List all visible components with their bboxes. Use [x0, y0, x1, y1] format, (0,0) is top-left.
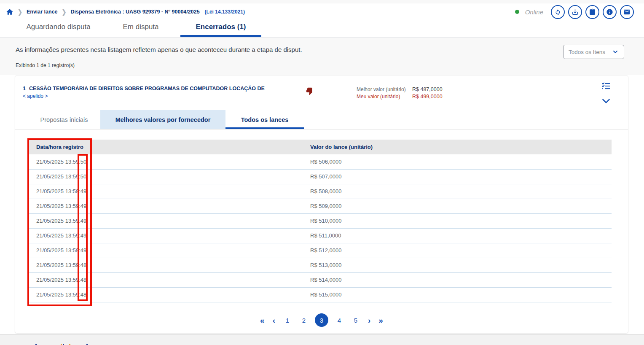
breadcrumb-item-enviar-lance[interactable]: Enviar lance: [27, 9, 58, 15]
column-header-datetime: Data/hora registro: [28, 140, 310, 154]
header-row: ❯ Enviar lance ❯ Dispensa Eletrônica : U…: [0, 4, 644, 20]
breadcrumb-separator-icon: ❯: [62, 8, 67, 16]
checklist-icon[interactable]: [602, 82, 610, 92]
my-value-label: Meu valor (unitário): [357, 93, 412, 100]
top-actions: Online: [515, 5, 634, 19]
thumbs-down-icon: [306, 86, 315, 97]
pagination-next-button[interactable]: ›: [367, 316, 372, 324]
pagination-page-5[interactable]: 5: [350, 317, 361, 324]
download-icon: [572, 8, 579, 16]
tab-aguardando-disputa[interactable]: Aguardando disputa: [16, 19, 101, 35]
subtab-melhores-valores[interactable]: Melhores valores por fornecedor: [100, 110, 225, 129]
refresh-icon: [554, 8, 561, 16]
tab-encerrados[interactable]: Encerrados (1): [180, 19, 261, 35]
values-block: Melhor valor (unitário) R$ 487,0000 Meu …: [357, 86, 443, 100]
breadcrumb: ❯ Enviar lance ❯ Dispensa Eletrônica : U…: [6, 8, 245, 16]
item-nickname-link[interactable]: < apelido >: [23, 93, 48, 99]
bid-datetime: 21/05/2025 13:59:50: [28, 154, 310, 169]
bids-table: Data/hora registro Valor do lance (unitá…: [28, 140, 612, 302]
table-row: 21/05/2025 13:59:50 R$ 507,0000: [28, 169, 612, 184]
pagination-last-button[interactable]: »: [377, 316, 384, 324]
breadcrumb-separator-icon: ❯: [18, 8, 22, 16]
bid-datetime: 21/05/2025 13:59:49: [28, 228, 310, 243]
bid-value: R$ 507,0000: [310, 169, 612, 184]
table-row: 21/05/2025 13:59:48 R$ 515,0000: [28, 287, 612, 302]
pagination-page-3-current[interactable]: 3: [315, 313, 328, 327]
sub-tabs: Propostas iniciais Melhores valores por …: [28, 110, 304, 129]
bid-datetime: 21/05/2025 13:59:49: [28, 199, 310, 213]
clipboard-button[interactable]: [585, 5, 599, 19]
law-link[interactable]: (Lei 14.133/2021): [205, 9, 245, 15]
bid-value: R$ 513,0000: [310, 258, 612, 272]
table-row: 21/05/2025 13:59:49 R$ 511,0000: [28, 228, 612, 243]
bids-table-header-row: Data/hora registro Valor do lance (unitá…: [28, 140, 612, 154]
table-row: 21/05/2025 13:59:49 R$ 508,0000: [28, 184, 612, 199]
pagination-page-4[interactable]: 4: [334, 317, 345, 324]
my-value: R$ 499,0000: [412, 93, 443, 100]
table-row: 21/05/2025 13:59:48 R$ 514,0000: [28, 272, 612, 287]
mail-icon: [623, 8, 631, 16]
pagination: « ‹ 1 2 3 4 5 › »: [15, 313, 628, 328]
top-strip: [0, 0, 644, 3]
chevron-down-icon: [612, 49, 619, 55]
table-row: 21/05/2025 13:59:49 R$ 512,0000: [28, 243, 612, 258]
bid-value: R$ 514,0000: [310, 272, 612, 287]
table-row: 21/05/2025 13:59:49 R$ 510,0000: [28, 213, 612, 228]
bid-value: R$ 509,0000: [310, 199, 612, 213]
bid-value: R$ 512,0000: [310, 243, 612, 258]
table-row: 21/05/2025 13:59:49 R$ 509,0000: [28, 199, 612, 213]
column-header-value: Valor do lance (unitário): [310, 140, 612, 154]
bid-datetime: 21/05/2025 13:59:48: [28, 287, 310, 302]
bid-datetime: 21/05/2025 13:59:48: [28, 272, 310, 287]
bid-value: R$ 508,0000: [310, 184, 612, 199]
subtabs-divider: [15, 129, 628, 129]
bid-value: R$ 506,0000: [310, 154, 612, 169]
bid-datetime: 21/05/2025 13:59:50: [28, 169, 310, 184]
subtab-todos-os-lances[interactable]: Todos os lances: [225, 110, 304, 129]
breadcrumb-item-dispensa: Dispensa Eletrônica : UASG 929379 - Nº 9…: [70, 9, 199, 15]
info-button[interactable]: [603, 5, 617, 19]
download-button[interactable]: [568, 5, 582, 19]
bids-table-body: 21/05/2025 13:59:50 R$ 506,0000 21/05/20…: [28, 154, 612, 302]
bid-datetime: 21/05/2025 13:59:49: [28, 243, 310, 258]
my-value-row: Meu valor (unitário) R$ 499,0000: [357, 93, 443, 100]
screen: ❯ Enviar lance ❯ Dispensa Eletrônica : U…: [0, 0, 644, 345]
pagination-page-2[interactable]: 2: [298, 317, 309, 324]
expand-chevron-icon[interactable]: [602, 98, 610, 106]
best-value: R$ 487,0000: [412, 86, 443, 93]
online-status-dot: [515, 10, 519, 14]
items-filter-dropdown[interactable]: Todos os Itens: [563, 45, 624, 59]
item-number: 1: [23, 86, 26, 92]
info-icon: [606, 8, 613, 16]
bid-value: R$ 515,0000: [310, 287, 612, 302]
tab-em-disputa[interactable]: Em disputa: [101, 19, 180, 35]
item-card-actions: [602, 82, 610, 106]
showing-records-text: Exibindo 1 de 1 registro(s): [16, 62, 75, 68]
footer-strip: [0, 334, 644, 345]
best-value-label: Melhor valor (unitário): [357, 86, 412, 93]
main-tabs: Aguardando disputa Em disputa Encerrados…: [16, 19, 261, 35]
notice-text: As informações presentes nesta listagem …: [16, 46, 302, 53]
bid-datetime: 21/05/2025 13:59:48: [28, 258, 310, 272]
mail-button[interactable]: [620, 5, 634, 19]
notice-band: As informações presentes nesta listagem …: [0, 38, 644, 75]
pagination-page-1[interactable]: 1: [282, 317, 293, 324]
subtab-propostas-iniciais[interactable]: Propostas iniciais: [28, 110, 100, 129]
best-value-row: Melhor valor (unitário) R$ 487,0000: [357, 86, 443, 93]
bid-datetime: 21/05/2025 13:59:49: [28, 184, 310, 199]
bid-datetime: 21/05/2025 13:59:49: [28, 213, 310, 228]
item-title: CESSÃO TEMPORÁRIA DE DIREITOS SOBRE PROG…: [29, 86, 265, 92]
pagination-first-button[interactable]: «: [259, 316, 266, 324]
items-filter-value: Todos os Itens: [569, 49, 605, 55]
online-status-label: Online: [525, 8, 543, 16]
bid-value: R$ 510,0000: [310, 213, 612, 228]
clipboard-icon: [589, 8, 596, 16]
table-row: 21/05/2025 13:59:48 R$ 513,0000: [28, 258, 612, 272]
bid-value: R$ 511,0000: [310, 228, 612, 243]
pagination-prev-button[interactable]: ‹: [271, 316, 276, 324]
table-row: 21/05/2025 13:59:50 R$ 506,0000: [28, 154, 612, 169]
refresh-button[interactable]: [551, 5, 565, 19]
item-card: 1 CESSÃO TEMPORÁRIA DE DIREITOS SOBRE PR…: [15, 75, 628, 334]
home-icon[interactable]: [6, 8, 13, 16]
